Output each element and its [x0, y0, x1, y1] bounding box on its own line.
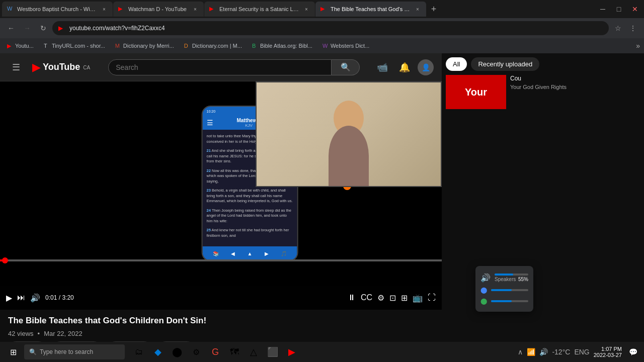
bookmark-merriam-label: Dictionary by Merri...: [123, 43, 174, 49]
bookmark-youtube-icon: ▶: [7, 43, 13, 49]
taskbar-maps-icon[interactable]: 🗺: [226, 344, 243, 360]
progress-bar[interactable]: [0, 259, 442, 261]
tab1-favicon: W: [7, 6, 14, 13]
tab3-close[interactable]: ×: [303, 6, 310, 13]
url-text: youtube.com/watch?v=fihZ2Caxxc4: [69, 25, 603, 32]
bookmark-merriam[interactable]: M Dictionary by Merri...: [112, 42, 177, 50]
volume-icon[interactable]: 🔊: [539, 348, 548, 356]
tab1-close[interactable]: ×: [101, 6, 108, 13]
next-button[interactable]: ⏭: [17, 293, 25, 302]
notification-button[interactable]: 💬: [626, 345, 640, 359]
miniplayer-button[interactable]: ⊡: [389, 293, 396, 303]
yt-header-actions: 📹 🔔 👤: [373, 58, 434, 76]
reload-button[interactable]: ↻: [36, 21, 50, 35]
bookmarks-more-button[interactable]: »: [636, 42, 640, 50]
forward-button[interactable]: →: [20, 21, 34, 35]
search-button[interactable]: 🔍: [332, 59, 360, 75]
taskbar-settings-icon[interactable]: ⚙: [188, 344, 204, 360]
yt-search-container: 🔍: [108, 59, 360, 75]
chip-all[interactable]: All: [446, 57, 467, 71]
yt-logo-icon: ▶: [32, 61, 41, 74]
theatre-button[interactable]: ⊞: [401, 293, 408, 303]
bookmark-websters[interactable]: W Websters Dict...: [319, 42, 372, 50]
taskbar-youtube-taskbar-icon[interactable]: ▶: [284, 344, 300, 360]
settings-button[interactable]: ⚙: [377, 293, 384, 303]
minimize-button[interactable]: ─: [596, 2, 610, 16]
tab3-title: Eternal Security is a Satanic Lie!...: [219, 6, 300, 12]
taskbar-chrome-icon[interactable]: ⬤: [169, 344, 185, 360]
bookmark-youtube[interactable]: ▶ Youtu...: [4, 42, 37, 50]
phone-icon-2: ◀: [231, 251, 235, 256]
chrome-bar[interactable]: [491, 289, 528, 291]
view-count: 42 views: [8, 330, 34, 337]
video-player[interactable]: 10:20 📶 🔋 ☰ Matthew 1 KJV 🔍 not to t: [0, 81, 442, 286]
youtube-main: ☰ ▶ YouTube CA 🔍 📹 🔔 👤: [0, 53, 442, 362]
taskbar-explorer-icon[interactable]: 🗂: [131, 344, 147, 360]
volume-button[interactable]: 🔊: [30, 293, 40, 303]
bookmark-dictionary[interactable]: D Dictionary.com | M...: [181, 42, 245, 50]
speakers-pct: 55%: [518, 277, 528, 282]
taskbar-search-box[interactable]: 🔍 Type here to search: [24, 344, 125, 359]
tab4-favicon: ▶: [320, 6, 328, 13]
bell-icon[interactable]: 🔔: [395, 58, 414, 76]
cast-button[interactable]: 📺: [413, 293, 423, 303]
tab-bar: W Westboro Baptist Church - Wiki... × ▶ …: [0, 0, 644, 18]
extension-btn[interactable]: ⋮: [626, 21, 640, 35]
tab4-close[interactable]: ×: [414, 6, 421, 13]
chevron-up-icon[interactable]: ∧: [518, 348, 523, 356]
bookmark-tinyurl[interactable]: T TinyURL.com - shor...: [41, 42, 108, 50]
maximize-button[interactable]: □: [612, 2, 626, 16]
search-icon: 🔍: [29, 348, 37, 355]
url-bar[interactable]: ▶ youtube.com/watch?v=fihZ2Caxxc4: [52, 21, 609, 35]
play-button[interactable]: ▶: [6, 293, 12, 303]
taskbar-system-tray: ∧ 📶 🔊 -12°C ENG 1:07 PM 2022-03-27 💬: [518, 345, 640, 359]
rec-item-1[interactable]: Your Cou Your God Given Rights: [446, 75, 640, 109]
speakers-bar[interactable]: [495, 274, 528, 276]
taskbar-google-icon[interactable]: G: [207, 344, 223, 360]
bookmark-dictionary-icon: D: [184, 43, 190, 49]
youtube-audio-icon: ⬤: [480, 298, 487, 305]
language-display: ENG: [574, 348, 589, 356]
chips-row: All Recently uploaded: [446, 57, 640, 71]
total-time: 3:20: [62, 294, 73, 301]
youtube-bar[interactable]: [491, 300, 528, 302]
hamburger-menu[interactable]: ☰: [8, 58, 24, 77]
fullscreen-button[interactable]: ⛶: [428, 293, 436, 302]
subtitles-button[interactable]: CC: [361, 293, 372, 302]
browser-tab-1[interactable]: W Westboro Baptist Church - Wiki... ×: [2, 2, 113, 17]
back-button[interactable]: ←: [4, 21, 18, 35]
bookmark-dictionary-label: Dictionary.com | M...: [192, 43, 242, 49]
avatar-icon[interactable]: 👤: [418, 59, 434, 75]
bookmark-youtube-label: Youtu...: [15, 43, 34, 49]
taskbar: ⊞ 🔍 Type here to search 🗂 ◆ ⬤ ⚙ G 🗺 △ ⬛ …: [0, 342, 644, 362]
webcam-overlay: [256, 81, 442, 187]
phone-time: 10:20: [207, 110, 216, 113]
tab2-title: Watchman D - YouTube: [128, 6, 189, 12]
start-button[interactable]: ⊞: [4, 343, 22, 361]
taskbar-clock: 1:07 PM 2022-03-27: [594, 346, 622, 358]
bookmarks-bar: ▶ Youtu... T TinyURL.com - shor... M Dic…: [0, 38, 644, 53]
chapters-button[interactable]: ⏸: [348, 293, 356, 302]
search-input[interactable]: [108, 59, 332, 75]
current-time: 0:01: [45, 294, 57, 301]
video-camera-icon[interactable]: 📹: [373, 58, 391, 76]
bookmark-star[interactable]: ☆: [611, 21, 625, 35]
bookmark-bibleatlas[interactable]: B Bible Atlas.org: Bibl...: [249, 42, 315, 50]
bookmark-tinyurl-label: TinyURL.com - shor...: [52, 43, 105, 49]
chrome-fill: [491, 289, 512, 291]
taskbar-photos-icon[interactable]: ⬛: [265, 344, 281, 360]
clock-time: 1:07 PM: [594, 346, 622, 352]
speaker-icon[interactable]: 🔊: [480, 273, 491, 283]
tab2-close[interactable]: ×: [192, 6, 199, 13]
network-icon[interactable]: 📶: [527, 348, 535, 356]
browser-tab-2[interactable]: ▶ Watchman D - YouTube ×: [113, 2, 204, 17]
browser-tab-4[interactable]: ▶ The Bible Teaches that God's Ch... ×: [315, 2, 426, 17]
new-tab-button[interactable]: +: [427, 2, 441, 16]
close-window-button[interactable]: ✕: [628, 2, 642, 16]
yt-logo: ▶ YouTube CA: [32, 61, 90, 74]
taskbar-edge-icon[interactable]: ◆: [150, 344, 166, 360]
chip-recently[interactable]: Recently uploaded: [471, 57, 539, 71]
browser-tab-3[interactable]: ▶ Eternal Security is a Satanic Lie!... …: [204, 2, 315, 17]
taskbar-drive-icon[interactable]: △: [246, 344, 262, 360]
temperature-display: -12°C: [552, 348, 570, 356]
